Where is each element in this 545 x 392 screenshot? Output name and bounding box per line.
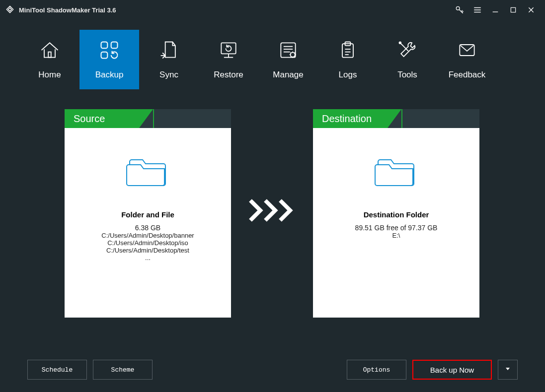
schedule-button[interactable]: Schedule [27,360,87,380]
home-icon [39,39,61,63]
manage-icon [277,39,299,63]
source-size: 6.38 GB [65,224,231,232]
nav-label: Tools [397,70,417,80]
nav-manage[interactable]: Manage [258,30,318,89]
scheme-button[interactable]: Scheme [93,360,153,380]
options-button[interactable]: Options [347,360,406,380]
sync-icon [158,39,180,63]
folder-icon [313,153,479,191]
nav-tools[interactable]: Tools [378,30,437,89]
svg-rect-8 [48,52,51,58]
source-more: ... [65,254,231,261]
svg-rect-5 [511,7,515,12]
source-header-label: Source [74,113,105,125]
destination-path: E:\ [313,232,479,239]
feedback-icon [456,39,478,63]
nav-sync[interactable]: Sync [139,30,199,89]
destination-card-header: Destination [313,109,479,128]
nav-label: Home [38,70,61,80]
key-icon-button[interactable] [451,0,468,20]
nav-home[interactable]: Home [20,30,79,89]
caret-down-icon [505,366,511,374]
source-path: C:/Users/Admin/Desktop/iso [65,239,231,247]
restore-icon [218,39,239,63]
footer: Schedule Scheme Options Back up Now [0,360,545,380]
nav-backup[interactable]: Backup [79,30,139,89]
nav-label: Restore [214,70,243,80]
source-card-header: Source [65,109,231,128]
source-path: C:/Users/Admin/Desktop/banner [65,232,231,239]
menu-icon-button[interactable] [468,0,486,20]
nav-label: Logs [339,70,357,80]
nav-label: Feedback [449,70,486,80]
source-card[interactable]: Source Folder and File 6.38 GB C:/Users/… [65,109,231,318]
app-logo-icon [5,4,15,16]
backup-now-button[interactable]: Back up Now [412,360,492,380]
svg-rect-12 [221,43,235,54]
maximize-button[interactable] [504,0,522,20]
destination-card[interactable]: Destination Destination Folder 89.51 GB … [313,109,479,318]
titlebar: MiniTool ShadowMaker Trial 3.6 [0,0,545,20]
source-title: Folder and File [65,210,231,219]
backup-now-dropdown[interactable] [498,360,518,380]
svg-rect-9 [101,42,108,49]
minimize-button[interactable] [486,0,504,20]
nav-feedback[interactable]: Feedback [437,30,497,89]
nav-label: Sync [159,70,178,80]
main-nav: Home Backup Sync Restore [0,20,545,89]
svg-point-26 [399,42,401,44]
tools-icon [396,39,418,63]
close-button[interactable] [522,0,540,20]
destination-free: 89.51 GB free of 97.37 GB [313,224,479,232]
source-path: C:/Users/Admin/Desktop/test [65,247,231,254]
backup-stage: Source Folder and File 6.38 GB C:/Users/… [0,99,545,327]
nav-restore[interactable]: Restore [199,30,258,89]
arrows-icon [248,198,298,222]
svg-rect-15 [281,43,295,57]
destination-header-label: Destination [322,113,372,125]
destination-title: Destination Folder [313,210,479,219]
svg-rect-11 [101,52,108,59]
nav-label: Backup [95,70,124,80]
folder-icon [65,153,231,191]
app-title: MiniTool ShadowMaker Trial 3.6 [19,6,116,14]
svg-rect-10 [111,42,118,49]
nav-logs[interactable]: Logs [318,30,378,89]
backup-icon [98,39,120,63]
svg-point-0 [456,6,460,10]
nav-label: Manage [273,70,303,80]
logs-icon [337,39,359,63]
